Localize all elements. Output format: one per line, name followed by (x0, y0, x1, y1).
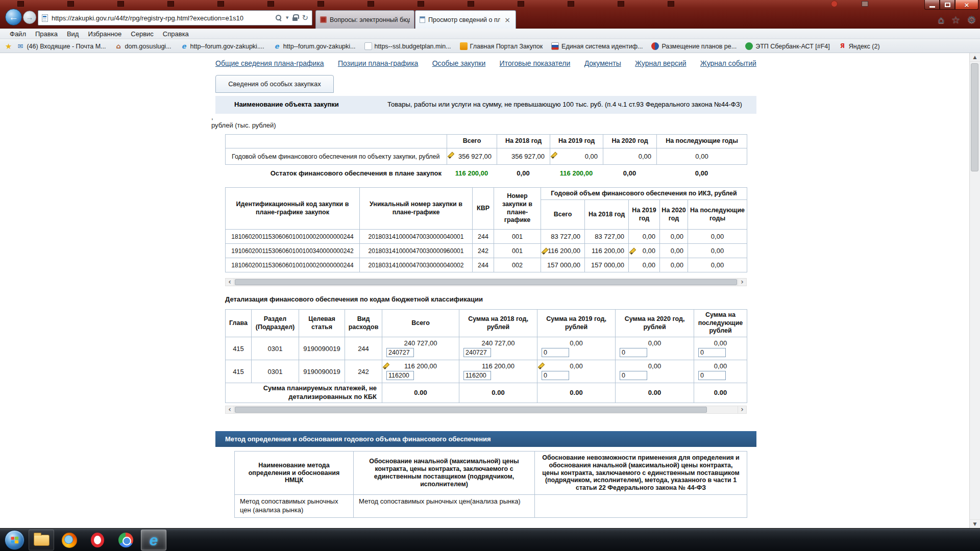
favorite-item[interactable]: Яндекс (2) (839, 42, 880, 50)
scroll-down-icon[interactable]: ▼ (970, 519, 980, 528)
remainder-2018: 0,00 (497, 169, 550, 177)
total-input[interactable] (386, 348, 414, 357)
favorite-label: http--forum.gov-zakupki.... (190, 43, 264, 50)
favorite-label: Размещение планов ре... (662, 43, 737, 50)
scrollbar-thumb[interactable] (235, 279, 737, 285)
method-header-name: Наименование метода определения и обосно… (235, 452, 354, 495)
y2020-input[interactable] (620, 348, 647, 357)
kbk-horizontal-scrollbar[interactable]: ‹ › (225, 406, 747, 414)
taskbar-ie-active[interactable] (141, 530, 166, 550)
tab-special-purchases[interactable]: Сведения об особых закупках (215, 75, 334, 93)
total-input[interactable] (386, 371, 414, 380)
taskbar-firefox[interactable] (57, 530, 82, 550)
y2019-input[interactable] (542, 348, 569, 357)
browser-tab-active[interactable]: Просмотр сведений о пла... × (415, 10, 516, 29)
menu-help[interactable]: Справка (158, 30, 193, 38)
maximize-button[interactable] (940, 0, 955, 10)
y2019-cell: 0,00 (629, 230, 660, 244)
scroll-up-icon[interactable]: ▲ (970, 53, 980, 62)
maximize-icon (945, 3, 950, 7)
tab-close-icon[interactable]: × (503, 16, 511, 24)
nav-link-positions[interactable]: Позиции плана-графика (338, 59, 418, 67)
browser-titlebar: × ← → https://zakupki.gov.ru/44fz/rpg/re… (0, 0, 980, 29)
menu-favorites[interactable]: Избранное (83, 30, 126, 38)
y2018-input[interactable] (463, 371, 491, 380)
address-dropdown-icon[interactable]: ▼ (286, 16, 288, 20)
favorite-item[interactable]: Единая система идентиф... (551, 42, 643, 50)
address-bar[interactable]: https://zakupki.gov.ru/44fz/rpg/registry… (38, 10, 312, 26)
nav-link-versions[interactable]: Журнал версий (635, 59, 686, 67)
annual-2018-cell: 356 927,00 (497, 148, 550, 165)
menu-view[interactable]: Вид (62, 30, 84, 38)
url-text[interactable]: https://zakupki.gov.ru/44fz/rpg/registry… (52, 14, 272, 22)
back-button[interactable]: ← (5, 9, 22, 26)
target-cell: 9190090019 (299, 360, 345, 383)
menu-file[interactable]: Файл (5, 30, 31, 38)
opera-icon (91, 533, 104, 547)
total-cell: 116 200,00 (541, 244, 585, 258)
forward-button[interactable]: → (23, 11, 36, 24)
menu-service[interactable]: Сервис (126, 30, 158, 38)
desktop-reflection-tile (267, 1, 274, 7)
annual-header-later: На последующие годы (657, 135, 747, 148)
favorite-item[interactable]: https--ssl.budgetplan.min... (364, 42, 451, 50)
start-button[interactable] (5, 530, 24, 550)
desktop-reflection-dot (831, 1, 838, 7)
add-favorite-star-icon[interactable]: ★ (5, 42, 12, 51)
refresh-icon[interactable]: ↻ (302, 14, 308, 22)
desktop-reflection-tile (317, 1, 324, 7)
taskbar-opera[interactable] (85, 530, 110, 550)
ikz-horizontal-scrollbar[interactable]: ‹ › (225, 278, 747, 286)
yandex-icon (839, 42, 846, 50)
nav-link-general[interactable]: Общие сведения плана-графика (215, 59, 324, 67)
nav-link-totals[interactable]: Итоговые показатели (500, 59, 571, 67)
favorite-item[interactable]: ЭТП Сбербанк-АСТ [#F4] (745, 42, 830, 50)
scrollbar-thumb[interactable] (235, 407, 707, 413)
nav-link-special[interactable]: Особые закупки (432, 59, 486, 67)
taskbar-apps (29, 530, 166, 550)
scroll-left-icon[interactable]: ‹ (226, 406, 234, 413)
nav-link-events[interactable]: Журнал событий (700, 59, 756, 67)
favorite-item[interactable]: Размещение планов ре... (651, 42, 737, 50)
scroll-right-icon[interactable]: › (738, 406, 746, 413)
favorite-item[interactable]: dom.gosuslugi... (115, 42, 172, 50)
favorite-label: Главная Портал Закупок (470, 43, 543, 50)
browser-tab-inactive[interactable]: Вопросы: электронный бюд... (315, 10, 414, 29)
scrollbar-thumb[interactable] (971, 63, 978, 171)
y2020-input[interactable] (620, 371, 647, 380)
scroll-right-icon[interactable]: › (738, 279, 746, 286)
nav-link-documents[interactable]: Документы (584, 59, 621, 67)
search-icon[interactable] (275, 14, 282, 21)
menu-edit[interactable]: Правка (31, 30, 62, 38)
y2018-input[interactable] (463, 348, 491, 357)
minimize-button[interactable] (924, 0, 940, 10)
favorite-item[interactable]: Главная Портал Закупок (460, 42, 543, 50)
object-band: Наименование объекта закупки Товары, раб… (215, 96, 756, 114)
favorites-star-icon[interactable]: ☆ (951, 14, 960, 25)
kbk-footer-row: Сумма планируемых платежей, не детализир… (226, 383, 747, 403)
ikz-code-cell: 191060200115306060100100340000000242 (226, 244, 360, 258)
method-justification-cell: Метод сопоставимых рыночных цен(анализа … (354, 494, 535, 517)
unique-number-cell: 2018031410000470030000960001 (360, 244, 473, 258)
desktop-reflection-tile (668, 1, 674, 7)
later-input[interactable] (698, 348, 726, 357)
favorite-item[interactable]: http--forum.gov-zakupki... (273, 42, 356, 50)
y2019-input[interactable] (542, 371, 569, 380)
favorite-item[interactable]: http--forum.gov-zakupki.... (180, 42, 264, 50)
ikz-header-group: Годовой объем финансового обеспечения по… (541, 188, 747, 200)
taskbar-explorer[interactable] (29, 530, 54, 550)
close-window-button[interactable]: × (955, 0, 978, 10)
home-icon[interactable]: ⌂ (938, 14, 944, 25)
ikz-code-cell: 181060200115306060100100020000000244 (226, 258, 360, 272)
y2019-value: 0,00 (541, 338, 612, 347)
taskbar-chrome[interactable] (113, 530, 138, 550)
favorite-item[interactable]: (46) Входящие - Почта M... (16, 42, 106, 50)
windows-logo-icon (11, 537, 19, 544)
ikz-header-2019: На 2019 год (629, 200, 660, 230)
close-icon: × (964, 1, 970, 9)
scroll-left-icon[interactable]: ‹ (226, 279, 234, 286)
later-input[interactable] (698, 371, 726, 380)
ikz-row: 181060200115306060100100020000000244 201… (226, 258, 747, 272)
settings-gear-icon[interactable]: ⚙ (967, 14, 976, 25)
page-vertical-scrollbar[interactable]: ▲ ▼ (969, 53, 980, 528)
